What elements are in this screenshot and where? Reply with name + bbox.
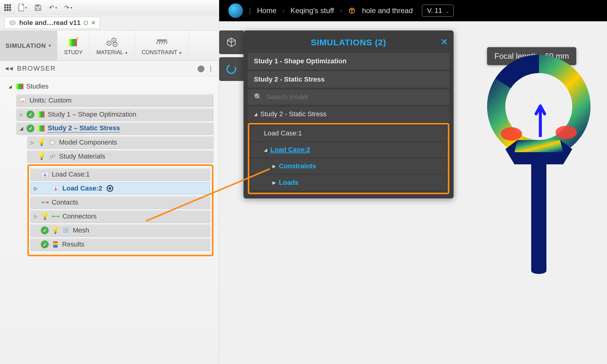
ribbon-toolbar: SIMULATION ▼ STUDY MATERIAL ▼ CONSTRAINT… bbox=[0, 30, 219, 61]
viewer-side-tabs bbox=[219, 30, 244, 81]
sim-loadcase-highlight-box: Load Case:1 ◢ Load Case:2 ▶ Constraints … bbox=[248, 123, 449, 194]
svg-rect-23 bbox=[38, 125, 44, 131]
svg-point-16 bbox=[113, 40, 114, 41]
browser-label: BROWSER bbox=[17, 65, 56, 72]
study-ribbon-button[interactable]: STUDY bbox=[57, 31, 89, 61]
svg-rect-9 bbox=[36, 5, 39, 7]
svg-rect-40 bbox=[531, 161, 546, 271]
autodesk-logo-icon[interactable] bbox=[228, 3, 243, 18]
chevron-right-icon: › bbox=[282, 8, 284, 14]
tree-contacts[interactable]: ▷ Contacts bbox=[31, 196, 210, 208]
svg-rect-11 bbox=[68, 39, 77, 46]
sim-study-2-row[interactable]: Study 2 - Static Stress bbox=[248, 71, 449, 88]
svg-point-25 bbox=[52, 155, 55, 157]
viewer-header: | Home › Keqing's stuff › hole and threa… bbox=[219, 0, 607, 21]
browser-options-icon[interactable]: ⬤ ❘ bbox=[197, 65, 214, 72]
search-model-input[interactable] bbox=[266, 93, 443, 101]
grid-icon[interactable] bbox=[3, 3, 12, 12]
svg-rect-18 bbox=[157, 39, 167, 42]
svg-point-37 bbox=[227, 65, 236, 73]
unsaved-indicator bbox=[84, 21, 88, 25]
sim-tree-lc2[interactable]: ◢ Load Case:2 bbox=[251, 142, 447, 157]
svg-rect-35 bbox=[53, 244, 58, 246]
check-icon: ✓ bbox=[26, 110, 34, 118]
cube-icon bbox=[9, 20, 16, 26]
tree-load-case-2[interactable]: ▷ 💡 Load Case:2 bbox=[31, 182, 210, 194]
viewer-right-panel: | Home › Keqing's stuff › hole and threa… bbox=[219, 0, 607, 364]
tree-studies[interactable]: ◢ Studies bbox=[5, 80, 213, 93]
caret-down-icon[interactable]: ◢ bbox=[254, 112, 257, 117]
svg-point-43 bbox=[556, 126, 577, 139]
svg-rect-7 bbox=[7, 9, 9, 11]
side-tab-simulations[interactable] bbox=[219, 57, 244, 81]
version-selector[interactable]: V. 11 ⌵ bbox=[422, 5, 454, 17]
svg-point-15 bbox=[108, 43, 110, 44]
simulations-panel-title: SIMULATIONS (2) bbox=[311, 38, 386, 47]
svg-rect-1 bbox=[7, 4, 9, 6]
bulb-icon[interactable]: 💡 bbox=[51, 226, 59, 234]
sim-tree-lc1[interactable]: Load Case:1 bbox=[251, 126, 447, 141]
search-icon: 🔍 bbox=[254, 93, 262, 101]
svg-rect-8 bbox=[9, 9, 11, 11]
load-case-highlight-box: ▷ Load Case:1 ▷ 💡 Load Case:2 ▷ Contacts… bbox=[27, 164, 213, 256]
bulb-icon[interactable]: 💡 bbox=[37, 152, 46, 160]
breadcrumb-home[interactable]: Home bbox=[257, 6, 276, 15]
undo-icon[interactable]: ↶▼ bbox=[49, 3, 58, 12]
bulb-icon[interactable]: 💡 bbox=[41, 212, 49, 220]
svg-rect-31 bbox=[54, 216, 58, 217]
breadcrumb-folder[interactable]: Keqing's stuff bbox=[290, 6, 334, 15]
svg-rect-5 bbox=[9, 7, 11, 9]
sim-study-1-row[interactable]: Study 1 - Shape Optimization bbox=[248, 53, 449, 69]
viewer-canvas-area[interactable]: SIMULATIONS (2) ✕ Study 1 - Shape Optimi… bbox=[219, 21, 607, 364]
caret-right-icon[interactable]: ▶ bbox=[272, 180, 276, 185]
constraint-ribbon-button[interactable]: CONSTRAINT ▼ bbox=[135, 31, 189, 61]
redo-icon[interactable]: ↷▼ bbox=[64, 3, 73, 12]
tree-study-materials[interactable]: ▷ 💡 Study Materials bbox=[27, 150, 213, 163]
top-toolbar: ▼ ↶▼ ↷▼ bbox=[0, 0, 219, 15]
model-3d-eyebolt[interactable] bbox=[472, 46, 606, 283]
svg-rect-29 bbox=[46, 201, 49, 203]
tree-study-2[interactable]: ◢ ✓ Study 2 – Static Stress bbox=[16, 122, 213, 135]
new-file-icon[interactable]: ▼ bbox=[18, 3, 27, 12]
cube-icon bbox=[348, 7, 356, 15]
tree-units[interactable]: Units: Custom bbox=[16, 94, 213, 107]
tree-connectors[interactable]: ▷ 💡 Connectors bbox=[31, 210, 210, 222]
tree-results[interactable]: ▷ ✓ Results bbox=[31, 238, 210, 250]
sim-search-row[interactable]: 🔍 bbox=[248, 89, 449, 105]
active-loadcase-radio[interactable] bbox=[107, 185, 113, 192]
load-arrow-icon bbox=[534, 103, 546, 137]
browser-panel-header: ◀◀ BROWSER ⬤ ❘ bbox=[0, 61, 219, 76]
svg-rect-21 bbox=[21, 101, 24, 102]
tree-model-components[interactable]: ▷ 💡 Model Components bbox=[27, 136, 213, 149]
caret-down-icon[interactable]: ◢ bbox=[264, 147, 267, 152]
svg-rect-19 bbox=[16, 84, 23, 89]
sim-tree-constraints[interactable]: ▶ Constraints bbox=[251, 159, 447, 174]
svg-rect-3 bbox=[4, 7, 6, 9]
svg-rect-6 bbox=[4, 9, 6, 11]
sim-tree-study2[interactable]: ◢ Study 2 - Static Stress bbox=[248, 107, 449, 122]
svg-rect-36 bbox=[53, 246, 58, 247]
sim-tree-loads[interactable]: ▶ Loads bbox=[251, 175, 447, 190]
svg-rect-33 bbox=[53, 241, 58, 243]
check-icon: ✓ bbox=[41, 226, 49, 234]
browser-tree: ◢ Studies Units: Custom ▷ ✓ Study 1 – Sh… bbox=[0, 76, 219, 261]
svg-rect-22 bbox=[38, 111, 44, 117]
tree-study-1[interactable]: ▷ ✓ Study 1 – Shape Optimization bbox=[16, 108, 213, 121]
workspace-selector[interactable]: SIMULATION ▼ bbox=[0, 31, 57, 61]
caret-right-icon[interactable]: ▶ bbox=[272, 164, 276, 169]
svg-point-30 bbox=[52, 215, 54, 217]
svg-point-17 bbox=[114, 44, 116, 45]
close-panel-icon[interactable]: ✕ bbox=[440, 37, 448, 47]
side-tab-model[interactable] bbox=[219, 30, 244, 54]
collapse-browser-icon[interactable]: ◀◀ bbox=[5, 65, 13, 71]
tree-mesh[interactable]: ▷ ✓ 💡 Mesh bbox=[31, 224, 210, 236]
tree-load-case-1[interactable]: ▷ Load Case:1 bbox=[31, 168, 210, 180]
breadcrumb-doc: hole and thread bbox=[362, 6, 413, 15]
document-tab[interactable]: hole and…read v11 ✕ bbox=[4, 17, 100, 29]
svg-rect-20 bbox=[20, 98, 25, 103]
bulb-icon[interactable]: 💡 bbox=[37, 138, 46, 146]
svg-point-32 bbox=[58, 215, 59, 217]
close-tab-icon[interactable]: ✕ bbox=[91, 19, 96, 26]
save-icon[interactable] bbox=[33, 3, 43, 12]
material-ribbon-button[interactable]: MATERIAL ▼ bbox=[89, 31, 135, 61]
